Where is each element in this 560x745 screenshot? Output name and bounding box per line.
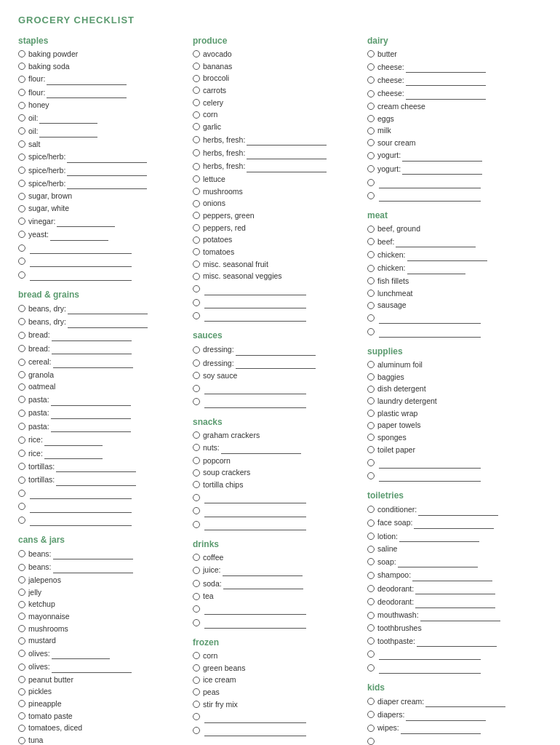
checkbox-circle[interactable] xyxy=(193,457,200,464)
checkbox-circle[interactable] xyxy=(193,580,200,587)
checkbox-circle[interactable] xyxy=(367,302,375,309)
checkbox-circle[interactable] xyxy=(18,564,25,571)
checkbox-circle[interactable] xyxy=(18,383,25,391)
checkbox-circle[interactable] xyxy=(367,152,375,159)
checkbox-circle[interactable] xyxy=(367,76,375,84)
checkbox-circle[interactable] xyxy=(18,664,25,671)
checkbox-circle[interactable] xyxy=(367,624,375,632)
checkbox-circle[interactable] xyxy=(18,676,25,683)
checkbox-circle[interactable] xyxy=(193,372,200,379)
checkbox-circle[interactable] xyxy=(18,76,25,83)
checkbox-circle[interactable] xyxy=(18,410,25,417)
checkbox-circle[interactable] xyxy=(18,450,25,457)
checkbox-circle[interactable] xyxy=(18,50,25,57)
checkbox-circle[interactable] xyxy=(18,318,25,325)
checkbox-circle[interactable] xyxy=(367,277,375,284)
checkbox-circle[interactable] xyxy=(367,410,375,417)
checkbox-circle[interactable] xyxy=(193,469,200,477)
checkbox-circle[interactable] xyxy=(18,688,25,696)
checkbox-circle[interactable] xyxy=(18,396,25,403)
checkbox-circle[interactable] xyxy=(193,111,200,119)
checkbox-circle[interactable] xyxy=(367,328,375,335)
checkbox-circle[interactable] xyxy=(367,725,375,732)
checkbox-circle[interactable] xyxy=(367,585,375,592)
checkbox-circle[interactable] xyxy=(367,115,375,122)
checkbox-circle[interactable] xyxy=(367,558,375,565)
checkbox-circle[interactable] xyxy=(18,102,25,109)
checkbox-circle[interactable] xyxy=(367,314,375,322)
checkbox-circle[interactable] xyxy=(18,218,25,225)
checkbox-circle[interactable] xyxy=(18,503,25,510)
checkbox-circle[interactable] xyxy=(193,567,200,574)
checkbox-circle[interactable] xyxy=(18,63,25,70)
checkbox-circle[interactable] xyxy=(193,312,200,319)
checkbox-circle[interactable] xyxy=(18,89,25,96)
checkbox-circle[interactable] xyxy=(193,299,200,306)
checkbox-circle[interactable] xyxy=(18,625,25,632)
checkbox-circle[interactable] xyxy=(367,572,375,579)
checkbox-circle[interactable] xyxy=(193,605,200,613)
checkbox-circle[interactable] xyxy=(367,251,375,258)
checkbox-circle[interactable] xyxy=(193,75,200,82)
checkbox-circle[interactable] xyxy=(193,50,200,57)
checkbox-circle[interactable] xyxy=(193,175,200,183)
checkbox-circle[interactable] xyxy=(18,490,25,497)
checkbox-circle[interactable] xyxy=(18,205,25,212)
checkbox-circle[interactable] xyxy=(193,677,200,684)
checkbox-circle[interactable] xyxy=(367,127,375,135)
checkbox-circle[interactable] xyxy=(193,481,200,488)
checkbox-circle[interactable] xyxy=(18,637,25,645)
checkbox-circle[interactable] xyxy=(367,612,375,619)
checkbox-circle[interactable] xyxy=(367,650,375,658)
checkbox-circle[interactable] xyxy=(193,136,200,143)
checkbox-circle[interactable] xyxy=(18,140,25,148)
checkbox-circle[interactable] xyxy=(193,236,200,244)
checkbox-circle[interactable] xyxy=(367,290,375,297)
checkbox-circle[interactable] xyxy=(193,652,200,659)
checkbox-circle[interactable] xyxy=(193,224,200,231)
checkbox-circle[interactable] xyxy=(367,546,375,553)
checkbox-circle[interactable] xyxy=(18,258,25,265)
checkbox-circle[interactable] xyxy=(193,200,200,207)
checkbox-circle[interactable] xyxy=(367,103,375,110)
checkbox-circle[interactable] xyxy=(193,260,200,268)
checkbox-circle[interactable] xyxy=(18,271,25,279)
checkbox-circle[interactable] xyxy=(367,226,375,233)
checkbox-circle[interactable] xyxy=(367,738,375,745)
checkbox-circle[interactable] xyxy=(367,533,375,540)
checkbox-circle[interactable] xyxy=(193,188,200,195)
checkbox-circle[interactable] xyxy=(367,519,375,527)
checkbox-circle[interactable] xyxy=(18,589,25,596)
checkbox-circle[interactable] xyxy=(18,127,25,135)
checkbox-circle[interactable] xyxy=(18,725,25,732)
checkbox-circle[interactable] xyxy=(367,698,375,705)
checkbox-circle[interactable] xyxy=(18,345,25,352)
checkbox-circle[interactable] xyxy=(193,99,200,106)
checkbox-circle[interactable] xyxy=(18,700,25,707)
checkbox-circle[interactable] xyxy=(18,576,25,583)
checkbox-circle[interactable] xyxy=(367,238,375,245)
checkbox-circle[interactable] xyxy=(193,701,200,708)
checkbox-circle[interactable] xyxy=(18,463,25,470)
checkbox-circle[interactable] xyxy=(367,598,375,605)
checkbox-circle[interactable] xyxy=(193,359,200,367)
checkbox-circle[interactable] xyxy=(193,593,200,600)
checkbox-circle[interactable] xyxy=(193,398,200,405)
checkbox-circle[interactable] xyxy=(18,244,25,252)
checkbox-circle[interactable] xyxy=(193,554,200,561)
checkbox-circle[interactable] xyxy=(193,619,200,626)
checkbox-circle[interactable] xyxy=(18,193,25,200)
checkbox-circle[interactable] xyxy=(193,212,200,219)
checkbox-circle[interactable] xyxy=(18,114,25,121)
checkbox-circle[interactable] xyxy=(193,521,200,528)
checkbox-circle[interactable] xyxy=(367,165,375,172)
checkbox-circle[interactable] xyxy=(367,179,375,186)
checkbox-circle[interactable] xyxy=(18,180,25,187)
checkbox-circle[interactable] xyxy=(367,50,375,57)
checkbox-circle[interactable] xyxy=(367,506,375,513)
checkbox-circle[interactable] xyxy=(18,737,25,744)
checkbox-circle[interactable] xyxy=(367,386,375,393)
checkbox-circle[interactable] xyxy=(367,139,375,146)
checkbox-circle[interactable] xyxy=(367,446,375,453)
checkbox-circle[interactable] xyxy=(193,163,200,170)
